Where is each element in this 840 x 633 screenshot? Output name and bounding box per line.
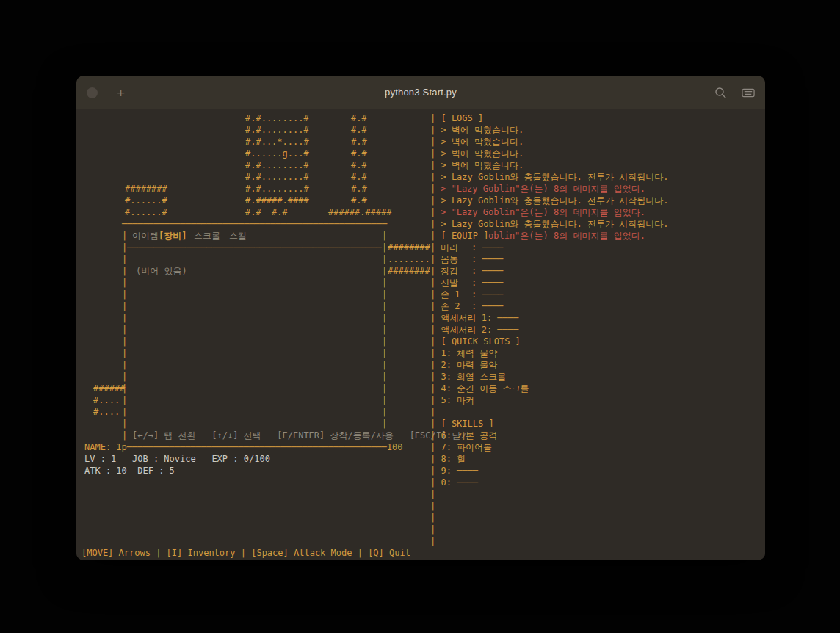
map-text: #.# xyxy=(351,183,367,195)
inventory-border: | xyxy=(382,242,387,253)
inventory-border: | xyxy=(122,359,127,371)
inventory-border: | xyxy=(382,253,387,265)
tab-skills: 스킬 xyxy=(229,230,247,242)
equip-slot-value: : ──── xyxy=(471,300,503,312)
inventory-border: | xyxy=(122,430,127,441)
log-line-damage: oblin"은(는) 8의 데미지를 입었다. xyxy=(488,230,645,242)
map-text: #.# xyxy=(351,112,367,124)
equip-slot-accessory2: | 액세서리 2: ──── xyxy=(430,324,518,336)
map-text: ######## xyxy=(388,242,430,253)
equip-slot-accessory1: | 액세서리 1: ──── xyxy=(430,312,518,324)
terminal-window: + python3 Start.py #.#........##.#| [ LO… xyxy=(76,76,765,560)
panel-separator: | xyxy=(430,535,435,547)
skills-header: | [ SKILLS ] xyxy=(430,418,494,430)
inventory-border: | xyxy=(122,312,127,324)
panel-separator: | xyxy=(430,253,435,265)
quickslot-3: | 3: 화염 스크롤 xyxy=(430,371,506,383)
panel-separator: | xyxy=(430,289,435,300)
map-text: #......# xyxy=(125,206,167,218)
tab-items: 아이템 xyxy=(132,230,159,242)
map-text: #.# xyxy=(351,148,367,159)
map-text: #.# xyxy=(351,159,367,171)
equip-slot-label: 손 2 xyxy=(441,300,460,312)
desktop-background: { "window": { "title": "python3 Start.py… xyxy=(0,0,840,633)
panel-separator: | xyxy=(430,277,435,289)
inventory-border: | xyxy=(382,383,387,394)
inventory-border: | xyxy=(382,371,387,383)
log-line: | > 벽에 막혔습니다. xyxy=(430,136,524,148)
skill-8: | 8: 힐 xyxy=(430,453,466,465)
status-attack-line: ATK : 10 DEF : 5 xyxy=(84,465,175,477)
map-text: #.# xyxy=(351,136,367,148)
map-text: #.# xyxy=(351,124,367,136)
map-text: #.#........# xyxy=(245,183,309,195)
equip-slot-label: 머리 xyxy=(441,242,458,253)
quickslot-5: | 5: 마커 xyxy=(430,394,474,406)
tab-scrolls: 스크롤 xyxy=(194,230,220,242)
equip-slot-label: 장갑 xyxy=(441,265,458,277)
skill-0: | 0: ──── xyxy=(430,477,478,488)
map-text: #......# xyxy=(125,195,167,206)
inventory-empty-label: (비어 있음) xyxy=(136,265,187,277)
map-text: #.# xyxy=(351,171,367,183)
quickslots-header: | [ QUICK SLOTS ] xyxy=(430,336,521,347)
tab-equip-active: [장비] xyxy=(159,230,187,242)
inventory-border: | xyxy=(382,300,387,312)
panel-separator: | xyxy=(430,265,435,277)
map-text: #.#........# xyxy=(245,124,309,136)
inventory-border: | xyxy=(382,265,387,277)
equip-slot-value: : ──── xyxy=(471,242,503,253)
equip-header: | [ EQUIP ] xyxy=(430,230,488,242)
log-line-damage: > "Lazy Goblin"은(는) 8의 데미지를 입었다. xyxy=(441,183,645,195)
map-text: ######## xyxy=(125,183,167,195)
map-text: ######## xyxy=(388,265,430,277)
map-text: ........ xyxy=(388,253,430,265)
skill-9: | 9: ──── xyxy=(430,465,478,477)
inventory-border: | xyxy=(382,359,387,371)
panel-separator: | xyxy=(430,488,435,500)
titlebar[interactable]: + python3 Start.py xyxy=(76,76,765,109)
inventory-border: | xyxy=(382,347,387,359)
equip-slot-label: 손 1 xyxy=(441,289,460,300)
inventory-border: | xyxy=(122,347,127,359)
map-text: #.... xyxy=(93,394,120,406)
new-tab-button[interactable]: + xyxy=(117,86,125,100)
map-text: #.#####.#### xyxy=(245,195,309,206)
panel-separator: | xyxy=(430,206,435,218)
quickslot-2: | 2: 마력 물약 xyxy=(430,359,497,371)
inventory-border: | xyxy=(122,265,127,277)
panel-separator: | xyxy=(430,300,435,312)
log-line: | > 벽에 막혔습니다. xyxy=(430,124,524,136)
terminal-screen[interactable]: #.#........##.#| [ LOGS ]#.#........##.#… xyxy=(76,109,765,560)
inventory-border: | xyxy=(122,324,127,336)
status-stats-line: LV : 1 JOB : Novice EXP : 0/100 xyxy=(84,453,270,465)
map-text: #.... xyxy=(93,406,120,418)
map-text: #.#........# xyxy=(245,171,309,183)
equip-slot-value: : ──── xyxy=(471,265,503,277)
map-text: #......g...# xyxy=(245,148,309,159)
log-line: | > 벽에 막혔습니다. xyxy=(430,159,524,171)
inventory-border: | xyxy=(122,289,127,300)
search-icon[interactable] xyxy=(714,86,727,99)
map-text: #.# xyxy=(351,195,367,206)
panel-separator: | xyxy=(430,524,435,535)
log-line: | > Lazy Goblin와 충돌했습니다. 전투가 시작됩니다. xyxy=(430,218,669,230)
map-text: #.#...*....# xyxy=(245,136,309,148)
inventory-divider: ────────────────────────────────────────… xyxy=(127,242,382,253)
tab-indicator-icon[interactable] xyxy=(87,87,98,98)
log-line-damage: > "Lazy Goblin"은(는) 8의 데미지를 입었다. xyxy=(441,206,645,218)
inventory-border: | xyxy=(122,230,127,242)
inventory-border: | xyxy=(122,383,127,394)
inventory-border: | xyxy=(382,312,387,324)
inventory-border: | xyxy=(122,406,127,418)
inventory-border: | xyxy=(382,418,387,430)
panel-separator: | xyxy=(430,406,435,418)
map-text: #.#........# xyxy=(245,159,309,171)
inventory-border: | xyxy=(382,277,387,289)
inventory-border: | xyxy=(122,253,127,265)
keyboard-icon[interactable] xyxy=(742,86,755,99)
skill-6: | 6: 기본 공격 xyxy=(430,430,497,441)
panel-separator: | xyxy=(430,183,435,195)
equip-slot-value: : ──── xyxy=(471,277,503,289)
equip-slot-label: 신발 xyxy=(441,277,458,289)
